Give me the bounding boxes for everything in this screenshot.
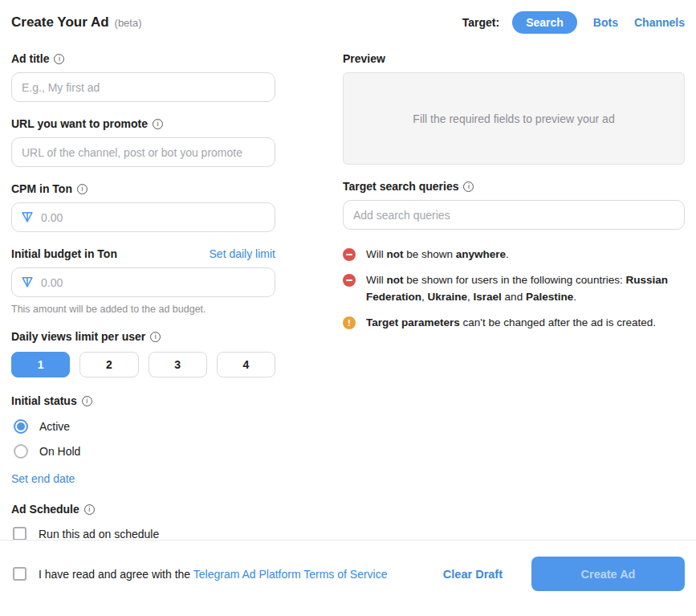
url-field: URL you want to promote i: [11, 117, 275, 167]
radio-unselected-icon: [14, 444, 28, 459]
radio-selected-icon: [14, 419, 28, 434]
info-icon[interactable]: i: [153, 119, 163, 129]
search-queries-label-row: Target search queries i: [343, 180, 685, 193]
status-option-active[interactable]: Active: [14, 419, 275, 434]
notice-target-parameters: ! Target parameters can't be changed aft…: [343, 315, 685, 331]
run-on-schedule-label: Run this ad on schedule: [39, 528, 159, 541]
search-queries-field: Target search queries i: [343, 180, 685, 230]
create-ad-page: Create Your Ad (beta) Target: Search Bot…: [0, 0, 696, 616]
cpm-field: CPM in Ton i: [11, 182, 275, 232]
info-icon[interactable]: i: [77, 184, 88, 194]
target-tab-bots[interactable]: Bots: [593, 16, 618, 29]
cpm-label: CPM in Ton: [11, 182, 72, 195]
notice-text: Will not be shown for users in the follo…: [366, 272, 685, 305]
ton-currency-icon: [21, 275, 34, 288]
info-icon[interactable]: i: [84, 504, 95, 515]
daily-views-option-4[interactable]: 4: [217, 352, 275, 377]
minus-circle-icon: [343, 248, 356, 261]
status-active-label: Active: [39, 420, 70, 433]
ton-currency-icon: [21, 210, 34, 223]
target-tab-channels[interactable]: Channels: [634, 16, 685, 29]
cpm-input[interactable]: [11, 202, 275, 232]
notice-text: Will not be shown anywhere.: [366, 247, 509, 263]
ad-schedule-label-row: Ad Schedule i: [11, 503, 275, 516]
ad-title-field: Ad title i: [11, 52, 275, 102]
cpm-input-wrap: [11, 202, 275, 232]
terms-text: I have read and agree with the Telegram …: [39, 568, 388, 581]
preview-field: Preview Fill the required fields to prev…: [343, 52, 685, 165]
daily-views-options: 1 2 3 4: [11, 352, 275, 377]
ad-title-label-row: Ad title i: [11, 52, 275, 65]
daily-views-label-row: Daily views limit per user i: [11, 330, 275, 343]
status-option-on-hold[interactable]: On Hold: [14, 444, 275, 459]
notices-list: Will not be shown anywhere. Will not be …: [343, 247, 685, 331]
run-on-schedule-checkbox-row[interactable]: Run this ad on schedule: [13, 527, 275, 541]
budget-label-row: Initial budget in Ton Set daily limit: [11, 247, 275, 260]
ad-schedule-field: Ad Schedule i Run this ad on schedule: [11, 503, 275, 541]
info-icon[interactable]: i: [82, 396, 92, 406]
status-on-hold-label: On Hold: [39, 445, 80, 458]
cpm-label-row: CPM in Ton i: [11, 182, 275, 195]
info-icon[interactable]: i: [54, 54, 64, 64]
daily-views-option-1[interactable]: 1: [11, 352, 70, 377]
ad-title-label: Ad title: [11, 52, 49, 65]
target-tab-search[interactable]: Search: [512, 11, 577, 34]
preview-label: Preview: [343, 52, 385, 65]
budget-field: Initial budget in Ton Set daily limit Th…: [11, 247, 275, 315]
ad-title-input[interactable]: [11, 72, 275, 102]
budget-input[interactable]: [11, 267, 275, 297]
minus-circle-icon: [343, 274, 356, 287]
form-right-column: Preview Fill the required fields to prev…: [343, 52, 685, 541]
title-group: Create Your Ad (beta): [11, 14, 142, 31]
ad-preview-box: Fill the required fields to preview your…: [343, 72, 685, 165]
info-icon[interactable]: i: [463, 182, 474, 192]
page-title: Create Your Ad: [11, 14, 109, 31]
terms-checkbox-row[interactable]: I have read and agree with the Telegram …: [13, 567, 438, 581]
target-switch: Target: Search Bots Channels: [462, 11, 685, 34]
target-label: Target:: [462, 16, 499, 29]
terms-of-service-link[interactable]: Telegram Ad Platform Terms of Service: [193, 568, 388, 581]
initial-status-label-row: Initial status i: [11, 394, 275, 407]
form-left-column: Ad title i URL you want to promote i CPM…: [11, 52, 275, 541]
footer-bar: I have read and agree with the Telegram …: [0, 540, 696, 591]
search-queries-input[interactable]: [343, 200, 685, 230]
daily-views-field: Daily views limit per user i 1 2 3 4: [11, 330, 275, 377]
form-columns: Ad title i URL you want to promote i CPM…: [11, 52, 685, 541]
clear-draft-button[interactable]: Clear Draft: [438, 567, 507, 581]
checkbox-unchecked-icon: [13, 567, 26, 581]
url-label: URL you want to promote: [11, 117, 148, 130]
page-header: Create Your Ad (beta) Target: Search Bot…: [11, 11, 685, 34]
budget-label: Initial budget in Ton: [11, 247, 117, 260]
set-daily-limit-link[interactable]: Set daily limit: [210, 247, 275, 260]
daily-views-option-3[interactable]: 3: [149, 352, 207, 377]
budget-label-wrap: Initial budget in Ton: [11, 247, 117, 260]
preview-label-row: Preview: [343, 52, 685, 65]
url-label-row: URL you want to promote i: [11, 117, 275, 130]
checkbox-unchecked-icon: [13, 527, 26, 541]
budget-input-wrap: [11, 267, 275, 297]
create-ad-button[interactable]: Create Ad: [531, 557, 685, 591]
beta-badge: (beta): [115, 17, 142, 29]
exclamation-circle-icon: !: [343, 316, 356, 329]
info-icon[interactable]: i: [150, 332, 161, 342]
preview-empty-text: Fill the required fields to preview your…: [413, 112, 614, 125]
budget-helper-text: This amount will be added to the ad budg…: [11, 304, 275, 315]
url-input[interactable]: [11, 137, 275, 167]
daily-views-label: Daily views limit per user: [11, 330, 145, 343]
set-end-date-link[interactable]: Set end date: [11, 472, 75, 485]
daily-views-option-2[interactable]: 2: [79, 352, 138, 377]
initial-status-label: Initial status: [11, 394, 77, 407]
initial-status-field: Initial status i Active On Hold Set end …: [11, 394, 275, 485]
search-queries-label: Target search queries: [343, 180, 458, 193]
ad-schedule-label: Ad Schedule: [11, 503, 79, 516]
notice-not-shown-anywhere: Will not be shown anywhere.: [343, 247, 685, 263]
notice-excluded-countries: Will not be shown for users in the follo…: [343, 272, 685, 305]
notice-text: Target parameters can't be changed after…: [366, 315, 656, 331]
